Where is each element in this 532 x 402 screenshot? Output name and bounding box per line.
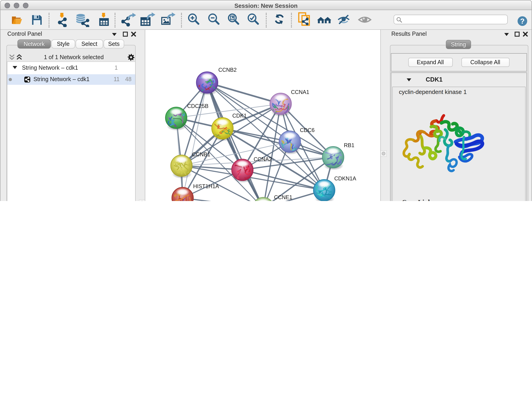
svg-text:CDKN1A: CDKN1A [334,176,356,182]
svg-text:CCNA1: CCNA1 [291,89,309,95]
svg-text:RB1: RB1 [344,142,355,148]
svg-text:CCNE1: CCNE1 [274,194,292,200]
svg-text:CDC25B: CDC25B [187,103,209,109]
svg-text:CCNB1: CCNB1 [192,152,210,157]
svg-text:CDC6: CDC6 [300,127,315,133]
svg-text:CDK1: CDK1 [232,113,247,119]
svg-text:HIST1H1A: HIST1H1A [193,183,219,189]
svg-text:?: ? [520,17,525,25]
svg-text:CCNA2: CCNA2 [254,156,272,162]
svg-text:CCNB2: CCNB2 [218,67,237,73]
